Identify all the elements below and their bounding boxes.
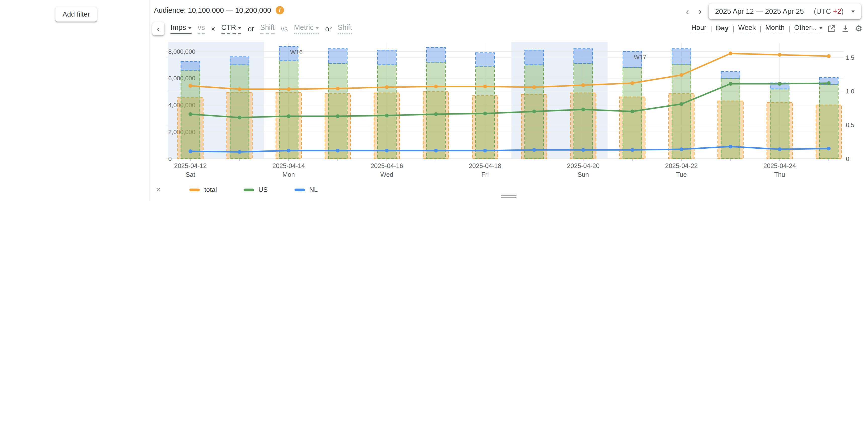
x-axis-date-label: 2025-04-14 [272, 162, 305, 169]
legend-item-nl[interactable]: NL [294, 186, 317, 194]
total_ctr-point [189, 84, 192, 88]
nl-imps-cap-bar [377, 50, 396, 65]
date-range-picker[interactable]: 2025 Apr 12 — 2025 Apr 25 (UTC +2) [708, 3, 861, 19]
us_ctr-point [581, 107, 585, 111]
right-axis-label: 0 [846, 156, 849, 162]
separator: | [733, 25, 734, 32]
metric1-selector[interactable]: Imps [170, 23, 192, 34]
x-axis-dow-label: Sun [578, 171, 589, 178]
separator: | [710, 25, 712, 32]
separator: | [760, 25, 762, 32]
nl_ctr-point [287, 149, 290, 152]
us_ctr-point [729, 82, 733, 86]
x-axis-date-label: 2025-04-12 [174, 162, 207, 169]
collapse-chart-button[interactable]: ‹ [152, 22, 164, 35]
us-imps-bar [427, 62, 445, 159]
granularity-week[interactable]: Week [738, 24, 756, 33]
us-imps-bar [672, 64, 691, 159]
gear-icon[interactable]: ⚙ [854, 24, 864, 33]
chevron-down-icon [819, 27, 822, 29]
date-controls: ‹ › 2025 Apr 12 — 2025 Apr 25 (UTC +2) [683, 3, 862, 19]
separator: | [788, 25, 790, 32]
next-period-button[interactable]: › [695, 6, 705, 17]
us-imps-bar [279, 61, 298, 159]
x-axis-dow-label: Sat [186, 171, 195, 178]
right-axis-label: 1.5 [846, 54, 855, 61]
nl-imps-cap-bar [721, 72, 740, 78]
shift2-toggle[interactable]: Shift [338, 23, 352, 34]
us_ctr-point [778, 82, 781, 86]
top-section: Add filter Audience: 10,100,000 — 10,200… [0, 0, 868, 200]
total_ctr-point [630, 81, 634, 85]
total_ctr-point [581, 83, 585, 87]
prev-period-button[interactable]: ‹ [683, 6, 692, 17]
nl_ctr-point [336, 149, 340, 152]
legend-swatch [294, 189, 305, 191]
metric3-selector[interactable]: Metric [294, 23, 319, 34]
shift1-toggle[interactable]: Shift [260, 23, 275, 34]
remove-metric-icon[interactable]: × [211, 25, 215, 33]
add-filter-button[interactable]: Add filter [55, 7, 97, 22]
metric2-selector[interactable]: CTR [221, 23, 242, 34]
nl-imps-cap-bar [525, 50, 544, 65]
chart-panel: Audience: 10,100,000 — 10,200,000 i ‹ › … [149, 0, 868, 200]
open-in-new-icon[interactable] [826, 25, 836, 32]
granularity-hour[interactable]: Hour [691, 24, 707, 33]
total_ctr-point [729, 52, 733, 55]
total_ctr-point [827, 54, 831, 58]
total_ctr-point [680, 73, 683, 77]
total_ctr-point [532, 86, 536, 89]
us_ctr-point [680, 102, 683, 106]
nl-imps-cap-bar [427, 47, 445, 62]
total_ctr-point [434, 84, 438, 89]
us_ctr-point [532, 109, 536, 113]
total_ctr-point [778, 53, 781, 57]
x-axis-dow-label: Fri [481, 171, 489, 178]
legend-label: total [205, 186, 217, 194]
vs-toggle[interactable]: vs [198, 23, 205, 34]
or-label: or [248, 25, 254, 33]
nl-imps-cap-bar [329, 49, 347, 64]
granularity-other[interactable]: Other... [794, 24, 822, 33]
nl_ctr-point [778, 147, 781, 151]
x-axis-dow-label: Wed [380, 171, 394, 178]
info-icon[interactable]: i [276, 6, 284, 14]
x-axis-date-label: 2025-04-20 [567, 162, 599, 169]
granularity-controls: Hour | Day | Week | Month | Other... ⚙ [691, 24, 864, 33]
timeseries-chart[interactable]: 02,000,0004,000,0006,000,0008,000,00000.… [149, 39, 867, 179]
legend-swatch [189, 189, 200, 191]
close-icon[interactable]: × [154, 185, 163, 194]
nl-imps-cap-bar [476, 53, 495, 66]
filter-toolbar: Filter by all visible or 2 selected tabl… [0, 200, 868, 201]
x-axis-date-label: 2025-04-22 [665, 162, 698, 169]
x-axis-date-label: 2025-04-16 [371, 162, 403, 169]
x-axis-date-label: 2025-04-18 [469, 162, 501, 169]
nl-imps-cap-bar [574, 49, 593, 64]
nl_ctr-point [630, 148, 634, 152]
or-label-2: or [325, 25, 332, 33]
legend-label: US [258, 186, 268, 194]
legend-item-us[interactable]: US [243, 186, 268, 194]
us_ctr-point [238, 116, 241, 120]
x-axis-dow-label: Thu [774, 171, 785, 178]
total_ctr-point [336, 87, 340, 91]
granularity-month[interactable]: Month [766, 24, 785, 33]
us_ctr-point [434, 112, 438, 116]
vs-label: vs [281, 25, 288, 33]
download-icon[interactable] [840, 25, 850, 32]
week-annotation: W16 [290, 49, 303, 56]
left-axis-label: 0 [168, 156, 172, 162]
x-axis-dow-label: Mon [282, 171, 295, 178]
us_ctr-point [336, 114, 340, 118]
granularity-day[interactable]: Day [716, 24, 728, 33]
resize-handle[interactable] [498, 194, 520, 199]
audience-label: Audience: 10,100,000 — 10,200,000 [154, 6, 271, 14]
legend-item-total[interactable]: total [189, 186, 217, 194]
nl_ctr-point [581, 148, 585, 152]
right-axis-label: 1.0 [846, 88, 855, 95]
filter-by-text: Filter by all visible or 2 selected tabl… [0, 200, 149, 201]
total_ctr-point [287, 88, 290, 91]
nl_ctr-point [483, 149, 487, 152]
nl_ctr-point [827, 147, 831, 150]
date-range-label: 2025 Apr 12 — 2025 Apr 25 [715, 7, 804, 15]
